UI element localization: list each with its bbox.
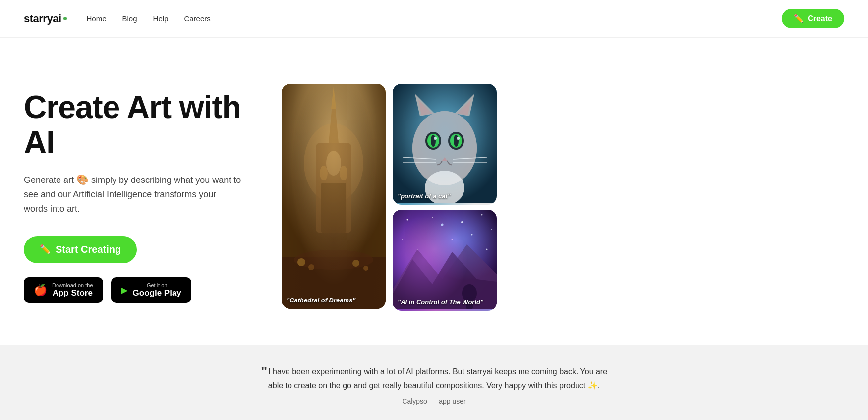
nav-links: Home Blog Help Careers bbox=[87, 14, 782, 23]
svg-point-8 bbox=[320, 166, 328, 180]
svg-rect-1 bbox=[282, 84, 386, 309]
svg-point-40 bbox=[432, 217, 433, 218]
logo-dot bbox=[63, 17, 67, 20]
get-it-label: Get it on bbox=[133, 282, 181, 288]
art-card-cathedral: "Cathedral of Dreams" bbox=[282, 84, 386, 309]
svg-point-47 bbox=[486, 249, 488, 250]
svg-rect-37 bbox=[393, 210, 497, 309]
google-play-text: Get it on Google Play bbox=[133, 282, 181, 298]
svg-point-25 bbox=[427, 134, 439, 148]
testimonial-section: "I have been experimenting with a lot of… bbox=[0, 345, 868, 420]
hero-left: Create Art with AI Generate art 🎨 simply… bbox=[24, 90, 282, 302]
svg-marker-31 bbox=[442, 157, 447, 161]
hero-section: Create Art with AI Generate art 🎨 simply… bbox=[0, 38, 868, 345]
app-store-button[interactable]: 🍎 Download on the App Store bbox=[24, 277, 103, 303]
svg-point-41 bbox=[461, 221, 463, 223]
logo[interactable]: starryai bbox=[24, 12, 67, 25]
hero-title: Create Art with AI bbox=[24, 90, 262, 160]
testimonial-quote: "I have been experimenting with a lot of… bbox=[261, 365, 608, 392]
svg-point-30 bbox=[457, 137, 460, 140]
svg-point-9 bbox=[340, 166, 347, 180]
svg-point-18 bbox=[412, 111, 477, 185]
svg-line-32 bbox=[403, 157, 436, 159]
galaxy-art bbox=[393, 210, 497, 309]
cat-label: "portrait of a cat" bbox=[398, 192, 492, 200]
svg-marker-21 bbox=[418, 100, 432, 115]
svg-point-2 bbox=[304, 123, 363, 203]
svg-point-39 bbox=[407, 219, 408, 221]
svg-point-44 bbox=[402, 239, 403, 240]
galaxy-label: "AI in Control of The World" bbox=[398, 299, 492, 306]
svg-rect-6 bbox=[321, 183, 346, 233]
nav-help[interactable]: Help bbox=[153, 14, 169, 23]
svg-point-13 bbox=[308, 264, 314, 270]
art-gallery: "Cathedral of Dreams" bbox=[282, 84, 520, 309]
apple-icon: 🍎 bbox=[34, 284, 47, 297]
cathedral-art bbox=[282, 84, 386, 309]
svg-point-28 bbox=[454, 135, 459, 147]
create-button[interactable]: ✏️ Create bbox=[782, 9, 844, 28]
svg-point-42 bbox=[481, 214, 483, 216]
google-play-name: Google Play bbox=[133, 288, 181, 298]
hero-subtitle-part1: Generate art bbox=[24, 175, 76, 185]
svg-point-43 bbox=[491, 229, 492, 230]
svg-point-45 bbox=[471, 234, 473, 236]
start-pencil-icon: ✏️ bbox=[40, 244, 51, 255]
svg-point-23 bbox=[425, 132, 441, 150]
svg-point-27 bbox=[431, 135, 436, 147]
svg-point-24 bbox=[448, 132, 464, 150]
svg-rect-38 bbox=[393, 210, 497, 309]
hero-subtitle: Generate art 🎨 simply by describing what… bbox=[24, 172, 242, 216]
store-buttons: 🍎 Download on the App Store ▶ Get it on … bbox=[24, 277, 262, 303]
svg-point-48 bbox=[441, 224, 444, 226]
navigation: starryai Home Blog Help Careers ✏️ Creat… bbox=[0, 0, 868, 38]
palette-emoji: 🎨 bbox=[76, 174, 89, 185]
nav-blog[interactable]: Blog bbox=[122, 14, 137, 23]
nav-careers[interactable]: Careers bbox=[184, 14, 210, 23]
svg-point-26 bbox=[450, 134, 462, 148]
svg-rect-16 bbox=[393, 84, 497, 203]
nav-home[interactable]: Home bbox=[87, 14, 107, 23]
svg-marker-3 bbox=[329, 89, 339, 143]
art-card-cat: "portrait of a cat" bbox=[393, 84, 497, 205]
svg-point-12 bbox=[297, 258, 305, 266]
svg-point-14 bbox=[352, 260, 359, 267]
svg-point-11 bbox=[294, 250, 373, 270]
svg-rect-5 bbox=[316, 143, 351, 233]
testimonial-attribution: Calypso_ – app user bbox=[24, 397, 844, 405]
svg-marker-19 bbox=[415, 94, 435, 116]
svg-point-29 bbox=[434, 137, 437, 140]
svg-point-17 bbox=[412, 111, 477, 185]
svg-rect-0 bbox=[282, 84, 386, 309]
create-button-label: Create bbox=[808, 14, 832, 23]
svg-line-34 bbox=[453, 157, 487, 159]
svg-point-46 bbox=[417, 249, 418, 250]
art-card-galaxy: "AI in Control of The World" bbox=[393, 210, 497, 311]
app-store-name: App Store bbox=[52, 288, 93, 298]
start-creating-button[interactable]: ✏️ Start Creating bbox=[24, 236, 137, 263]
google-play-button[interactable]: ▶ Get it on Google Play bbox=[111, 277, 191, 303]
cathedral-label: "Cathedral of Dreams" bbox=[287, 297, 381, 304]
download-on-label: Download on the bbox=[52, 282, 93, 288]
svg-point-15 bbox=[363, 266, 368, 271]
logo-text: starryai bbox=[24, 12, 61, 25]
cat-art bbox=[393, 84, 497, 203]
pencil-icon: ✏️ bbox=[794, 14, 804, 23]
open-quote-mark: " bbox=[261, 364, 267, 379]
play-icon: ▶ bbox=[121, 285, 128, 296]
app-store-text: Download on the App Store bbox=[52, 282, 93, 298]
start-creating-label: Start Creating bbox=[56, 244, 121, 255]
svg-point-49 bbox=[452, 239, 453, 240]
svg-marker-22 bbox=[457, 100, 471, 115]
svg-point-7 bbox=[326, 151, 341, 176]
testimonial-text: I have been experimenting with a lot of … bbox=[268, 367, 607, 390]
svg-marker-20 bbox=[455, 94, 474, 116]
svg-marker-4 bbox=[331, 86, 336, 109]
